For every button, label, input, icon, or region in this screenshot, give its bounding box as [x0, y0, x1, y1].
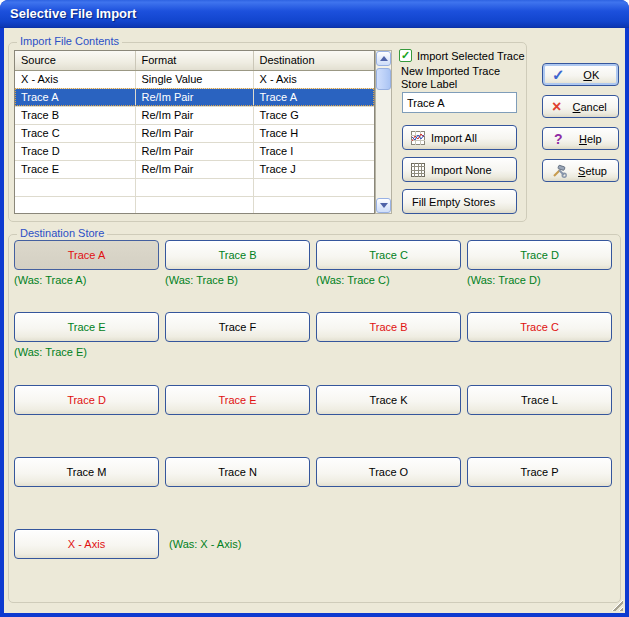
scrollbar-down-button[interactable] — [376, 198, 391, 213]
was-label: (Was: Trace D) — [467, 274, 541, 286]
dest-row-3: Trace D Trace E Trace K Trace L — [14, 385, 612, 415]
dest-store-button[interactable]: Trace A — [14, 240, 159, 270]
cell-format[interactable]: Re/Im Pair — [135, 142, 253, 160]
table-row-empty[interactable] — [15, 178, 374, 196]
cell-destination[interactable]: Trace A — [253, 88, 374, 106]
dest-store-button[interactable]: X - Axis — [14, 529, 159, 559]
dest-store-button[interactable]: Trace E — [165, 385, 310, 415]
help-label: Help — [563, 133, 618, 145]
ok-button[interactable]: ✓ OK — [542, 63, 619, 86]
dialog-client-area: Import File Contents Source Format Desti… — [4, 28, 625, 613]
dest-store-button[interactable]: Trace C — [467, 312, 612, 342]
table-row[interactable]: Trace B Re/Im Pair Trace G — [15, 106, 374, 124]
fill-empty-stores-button[interactable]: Fill Empty Stores — [402, 189, 517, 214]
dest-row-5: X - Axis — [14, 529, 159, 559]
dest-row-1: Trace A Trace B Trace C Trace D — [14, 240, 612, 270]
cell-source[interactable]: Trace E — [15, 160, 135, 178]
dest-store-button[interactable]: Trace L — [467, 385, 612, 415]
cell-source[interactable]: Trace B — [15, 106, 135, 124]
was-label: (Was: X - Axis) — [169, 538, 241, 550]
titlebar[interactable]: Selective File Import — [0, 0, 629, 28]
import-selected-trace-checkbox[interactable]: ✓ — [399, 49, 412, 62]
table-scrollbar[interactable] — [375, 50, 392, 214]
cell-source[interactable] — [15, 178, 135, 196]
cancel-label: Cancel — [561, 101, 618, 113]
import-file-contents-caption: Import File Contents — [17, 35, 122, 48]
import-all-button[interactable]: Import All — [402, 125, 517, 150]
dest-store-button[interactable]: Trace B — [316, 312, 461, 342]
table-row[interactable]: Trace D Re/Im Pair Trace I — [15, 142, 374, 160]
store-label-caption-line2: Store Label — [401, 78, 457, 90]
setup-button[interactable]: Setup — [542, 159, 619, 182]
dest-store-button[interactable]: Trace M — [14, 457, 159, 487]
cell-destination[interactable]: Trace G — [253, 106, 374, 124]
was-label: (Was: Trace B) — [165, 274, 238, 286]
import-table: Source Format Destination X - Axis Singl… — [14, 50, 375, 214]
store-label-caption-line1: New Imported Trace — [401, 65, 500, 77]
scrollbar-thumb[interactable] — [376, 68, 391, 90]
table-row-selected[interactable]: Trace A Re/Im Pair Trace A — [15, 88, 374, 106]
ok-check-icon: ✓ — [552, 66, 565, 84]
import-none-button[interactable]: Import None — [402, 157, 517, 182]
help-button[interactable]: ? Help — [542, 127, 619, 150]
import-all-label: Import All — [431, 132, 477, 144]
table-row[interactable]: Trace E Re/Im Pair Trace J — [15, 160, 374, 178]
ok-label: OK — [565, 69, 618, 81]
cell-format[interactable]: Re/Im Pair — [135, 106, 253, 124]
cell-destination[interactable]: Trace J — [253, 160, 374, 178]
dest-store-button[interactable]: Trace B — [165, 240, 310, 270]
import-none-label: Import None — [431, 164, 492, 176]
cell-destination[interactable]: X - Axis — [253, 70, 374, 88]
dest-store-button[interactable]: Trace E — [14, 312, 159, 342]
table-row[interactable]: Trace C Re/Im Pair Trace H — [15, 124, 374, 142]
cell-format[interactable] — [135, 178, 253, 196]
scrollbar-up-icon — [380, 56, 388, 61]
cell-format[interactable]: Re/Im Pair — [135, 124, 253, 142]
scrollbar-down-icon — [380, 203, 388, 208]
scrollbar-up-button[interactable] — [376, 51, 391, 66]
cell-source[interactable]: X - Axis — [15, 70, 135, 88]
import-none-icon — [411, 163, 425, 177]
dest-store-button[interactable]: Trace F — [165, 312, 310, 342]
cell-source[interactable]: Trace A — [15, 88, 135, 106]
cancel-button[interactable]: × Cancel — [542, 95, 619, 118]
dest-store-button[interactable]: Trace P — [467, 457, 612, 487]
setup-label: Setup — [567, 165, 618, 177]
import-selected-trace-label: Import Selected Trace — [417, 50, 525, 62]
dialog-window: Selective File Import Import File Conten… — [0, 0, 629, 617]
dest-store-button[interactable]: Trace D — [467, 240, 612, 270]
table-row[interactable]: X - Axis Single Value X - Axis — [15, 70, 374, 88]
was-label: (Was: Trace A) — [14, 274, 86, 286]
help-question-icon: ? — [554, 131, 563, 147]
cell-source[interactable] — [15, 196, 135, 214]
was-label: (Was: Trace E) — [14, 346, 87, 358]
cell-source[interactable]: Trace D — [15, 142, 135, 160]
dest-row-4: Trace M Trace N Trace O Trace P — [14, 457, 612, 487]
dest-row-2: Trace E Trace F Trace B Trace C — [14, 312, 612, 342]
cell-format[interactable] — [135, 196, 253, 214]
dest-store-button[interactable]: Trace O — [316, 457, 461, 487]
import-all-icon — [411, 131, 425, 145]
cell-destination[interactable]: Trace I — [253, 142, 374, 160]
cell-destination[interactable] — [253, 196, 374, 214]
cell-format[interactable]: Re/Im Pair — [135, 88, 253, 106]
dest-store-button[interactable]: Trace K — [316, 385, 461, 415]
cell-format[interactable]: Re/Im Pair — [135, 160, 253, 178]
cell-source[interactable]: Trace C — [15, 124, 135, 142]
dest-store-button[interactable]: Trace N — [165, 457, 310, 487]
window-title: Selective File Import — [0, 0, 629, 27]
column-header-format: Format — [135, 51, 253, 70]
cell-format[interactable]: Single Value — [135, 70, 253, 88]
table-header-row: Source Format Destination — [15, 51, 374, 70]
cell-destination[interactable] — [253, 178, 374, 196]
store-label-input[interactable] — [402, 92, 517, 113]
column-header-source: Source — [15, 51, 135, 70]
was-label: (Was: Trace C) — [316, 274, 390, 286]
cell-destination[interactable]: Trace H — [253, 124, 374, 142]
setup-tools-icon — [551, 163, 567, 178]
dest-store-button[interactable]: Trace D — [14, 385, 159, 415]
fill-empty-stores-label: Fill Empty Stores — [412, 196, 495, 208]
table-row-empty[interactable] — [15, 196, 374, 214]
destination-store-caption: Destination Store — [17, 227, 107, 240]
dest-store-button[interactable]: Trace C — [316, 240, 461, 270]
